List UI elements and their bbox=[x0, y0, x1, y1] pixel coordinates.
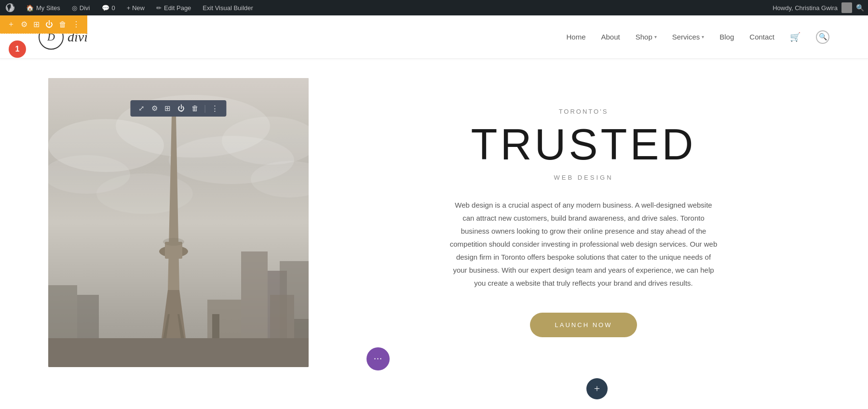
image-column: ⤢ ⚙ ⊞ ⏻ 🗑 | ⋮ bbox=[48, 78, 309, 367]
inner-delete-btn[interactable]: 🗑 bbox=[189, 104, 201, 114]
launch-button[interactable]: LAUNCH NOW bbox=[530, 313, 637, 337]
nav-contact[interactable]: Contact bbox=[749, 33, 774, 41]
pencil-icon: ✏ bbox=[156, 4, 162, 12]
user-avatar[interactable] bbox=[841, 2, 852, 13]
svg-point-6 bbox=[96, 173, 193, 214]
inner-settings-btn[interactable]: ⚙ bbox=[149, 103, 160, 114]
hero-eyebrow: TORONTO'S bbox=[357, 108, 810, 115]
nav-shop[interactable]: Shop ▾ bbox=[636, 33, 657, 41]
my-sites[interactable]: 🏠 My Sites bbox=[24, 4, 62, 12]
nav-about[interactable]: About bbox=[601, 33, 620, 41]
section-toolbar: ＋ ⚙ ⊞ ⏻ 🗑 ⋮ bbox=[0, 15, 87, 34]
module-toolbar: ⤢ ⚙ ⊞ ⏻ 🗑 | ⋮ bbox=[130, 100, 226, 117]
search-icon[interactable]: 🔍 bbox=[816, 30, 829, 44]
admin-bar-right: Howdy, Christina Gwira 🔍 bbox=[773, 2, 864, 13]
inner-more-btn[interactable]: ⋮ bbox=[209, 103, 221, 114]
duplicate-btn[interactable]: ⊞ bbox=[31, 19, 42, 30]
floating-purple-button[interactable]: ··· bbox=[366, 347, 390, 370]
edit-page[interactable]: ✏ Edit Page bbox=[154, 4, 193, 12]
site-name[interactable]: ◎ Divi bbox=[70, 4, 92, 12]
svg-rect-23 bbox=[294, 319, 309, 338]
cn-tower-svg bbox=[48, 78, 309, 367]
section-badge: 1 bbox=[9, 40, 26, 58]
hero-title: TRUSTED bbox=[357, 123, 810, 166]
hero-body: Web design is a crucial aspect of any mo… bbox=[448, 198, 719, 290]
site-header: D divi Home About Shop ▾ Services ▾ Blog… bbox=[0, 15, 868, 59]
comments[interactable]: 💬 0 bbox=[100, 4, 117, 12]
svg-rect-8 bbox=[241, 251, 268, 338]
svg-rect-21 bbox=[212, 314, 219, 338]
hero-image bbox=[48, 78, 309, 367]
nav-services[interactable]: Services ▾ bbox=[672, 33, 705, 41]
divi-icon: ◎ bbox=[72, 4, 77, 12]
floating-add-button[interactable]: + bbox=[586, 378, 608, 399]
svg-rect-22 bbox=[270, 295, 294, 338]
text-column: TORONTO'S TRUSTED WEB DESIGN Web design … bbox=[338, 98, 829, 347]
nav-home[interactable]: Home bbox=[566, 33, 585, 41]
svg-rect-12 bbox=[77, 295, 99, 338]
hero-subtitle: WEB DESIGN bbox=[357, 174, 810, 181]
sites-icon: 🏠 bbox=[26, 4, 34, 12]
svg-point-16 bbox=[163, 238, 184, 246]
search-icon[interactable]: 🔍 bbox=[856, 4, 864, 12]
disable-btn[interactable]: ⏻ bbox=[43, 19, 55, 30]
exit-builder[interactable]: Exit Visual Builder bbox=[201, 4, 255, 12]
more-btn[interactable]: ⋮ bbox=[70, 19, 82, 30]
settings-btn[interactable]: ⚙ bbox=[18, 19, 30, 30]
wp-logo[interactable] bbox=[4, 3, 16, 12]
shop-chevron-icon: ▾ bbox=[654, 34, 657, 40]
site-nav: Home About Shop ▾ Services ▾ Blog Contac… bbox=[566, 30, 829, 44]
cart-icon[interactable]: 🛒 bbox=[790, 32, 800, 42]
svg-rect-11 bbox=[48, 285, 77, 338]
add-btn[interactable]: ＋ bbox=[5, 18, 17, 30]
delete-btn[interactable]: 🗑 bbox=[56, 19, 69, 30]
inner-duplicate-btn[interactable]: ⊞ bbox=[162, 103, 173, 114]
nav-blog[interactable]: Blog bbox=[719, 33, 734, 41]
comment-icon: 💬 bbox=[102, 4, 109, 12]
user-greeting: Howdy, Christina Gwira bbox=[773, 4, 838, 12]
hero-section: ⤢ ⚙ ⊞ ⏻ 🗑 | ⋮ bbox=[0, 59, 868, 386]
services-chevron-icon: ▾ bbox=[702, 34, 704, 40]
inner-disable-btn[interactable]: ⏻ bbox=[175, 104, 187, 114]
inner-move-btn[interactable]: ⤢ bbox=[136, 103, 147, 114]
svg-rect-7 bbox=[48, 338, 309, 367]
builder-toolbar-top: ＋ ⚙ ⊞ ⏻ 🗑 ⋮ bbox=[0, 15, 87, 34]
admin-bar: 🏠 My Sites ◎ Divi 💬 0 + New ✏ Edit Page … bbox=[0, 0, 868, 15]
new-content[interactable]: + New bbox=[125, 4, 147, 12]
